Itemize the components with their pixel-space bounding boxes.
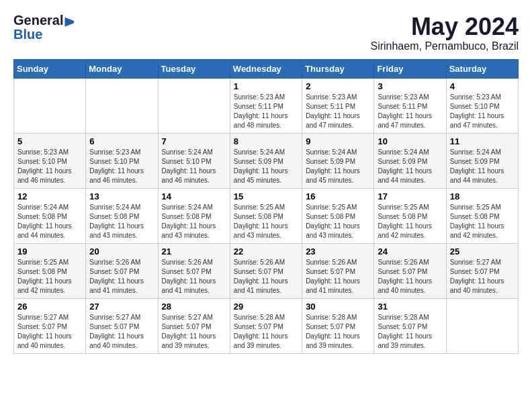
calendar-cell: 8Sunrise: 5:24 AM Sunset: 5:09 PM Daylig…	[230, 133, 302, 188]
calendar-cell: 15Sunrise: 5:25 AM Sunset: 5:08 PM Dayli…	[230, 188, 302, 243]
day-number: 19	[17, 246, 82, 257]
calendar-cell: 14Sunrise: 5:24 AM Sunset: 5:08 PM Dayli…	[158, 188, 230, 243]
day-number: 3	[378, 81, 442, 91]
day-info: Sunrise: 5:23 AM Sunset: 5:11 PM Dayligh…	[234, 93, 298, 130]
day-info: Sunrise: 5:27 AM Sunset: 5:07 PM Dayligh…	[162, 313, 226, 351]
day-number: 22	[234, 246, 298, 257]
day-info: Sunrise: 5:25 AM Sunset: 5:08 PM Dayligh…	[17, 258, 82, 295]
day-number: 27	[89, 302, 154, 312]
day-number: 31	[378, 302, 442, 312]
calendar-cell: 28Sunrise: 5:27 AM Sunset: 5:07 PM Dayli…	[158, 298, 230, 353]
day-info: Sunrise: 5:24 AM Sunset: 5:09 PM Dayligh…	[378, 148, 442, 185]
weekday-header-friday: Friday	[374, 59, 446, 78]
day-info: Sunrise: 5:26 AM Sunset: 5:07 PM Dayligh…	[306, 258, 370, 295]
day-info: Sunrise: 5:23 AM Sunset: 5:11 PM Dayligh…	[306, 93, 370, 130]
calendar-cell: 31Sunrise: 5:28 AM Sunset: 5:07 PM Dayli…	[374, 298, 446, 353]
day-number: 23	[306, 246, 370, 257]
day-info: Sunrise: 5:24 AM Sunset: 5:09 PM Dayligh…	[450, 148, 515, 185]
calendar-cell: 18Sunrise: 5:25 AM Sunset: 5:08 PM Dayli…	[446, 188, 518, 243]
calendar-cell: 10Sunrise: 5:24 AM Sunset: 5:09 PM Dayli…	[374, 133, 446, 188]
calendar-cell: 7Sunrise: 5:24 AM Sunset: 5:10 PM Daylig…	[158, 133, 230, 188]
day-info: Sunrise: 5:27 AM Sunset: 5:07 PM Dayligh…	[450, 258, 515, 295]
weekday-header-thursday: Thursday	[302, 59, 374, 78]
calendar-cell: 19Sunrise: 5:25 AM Sunset: 5:08 PM Dayli…	[14, 243, 86, 298]
calendar-cell: 20Sunrise: 5:26 AM Sunset: 5:07 PM Dayli…	[86, 243, 158, 298]
calendar-cell: 5Sunrise: 5:23 AM Sunset: 5:10 PM Daylig…	[14, 133, 86, 188]
calendar-cell: 1Sunrise: 5:23 AM Sunset: 5:11 PM Daylig…	[230, 78, 302, 133]
calendar-cell: 6Sunrise: 5:23 AM Sunset: 5:10 PM Daylig…	[86, 133, 158, 188]
calendar-cell: 9Sunrise: 5:24 AM Sunset: 5:09 PM Daylig…	[302, 133, 374, 188]
calendar-cell: 30Sunrise: 5:28 AM Sunset: 5:07 PM Dayli…	[302, 298, 374, 353]
day-number: 20	[89, 246, 154, 257]
day-number: 24	[378, 246, 442, 257]
calendar-week-5: 26Sunrise: 5:27 AM Sunset: 5:07 PM Dayli…	[14, 298, 519, 353]
subtitle: Sirinhaem, Pernambuco, Brazil	[370, 40, 519, 52]
day-number: 28	[162, 302, 226, 312]
calendar-cell: 22Sunrise: 5:26 AM Sunset: 5:07 PM Dayli…	[230, 243, 302, 298]
calendar-cell: 25Sunrise: 5:27 AM Sunset: 5:07 PM Dayli…	[446, 243, 518, 298]
day-info: Sunrise: 5:26 AM Sunset: 5:07 PM Dayligh…	[378, 258, 442, 295]
day-number: 6	[89, 136, 154, 146]
day-number: 25	[450, 246, 515, 257]
calendar-week-3: 12Sunrise: 5:24 AM Sunset: 5:08 PM Dayli…	[14, 188, 519, 243]
day-info: Sunrise: 5:24 AM Sunset: 5:08 PM Dayligh…	[162, 203, 226, 240]
day-info: Sunrise: 5:27 AM Sunset: 5:07 PM Dayligh…	[17, 313, 82, 351]
weekday-header-saturday: Saturday	[446, 59, 518, 78]
day-info: Sunrise: 5:23 AM Sunset: 5:11 PM Dayligh…	[378, 93, 442, 130]
main-title: May 2024	[370, 13, 519, 40]
day-number: 15	[234, 191, 298, 201]
day-info: Sunrise: 5:24 AM Sunset: 5:08 PM Dayligh…	[17, 203, 82, 240]
calendar: SundayMondayTuesdayWednesdayThursdayFrid…	[13, 59, 519, 354]
day-info: Sunrise: 5:25 AM Sunset: 5:08 PM Dayligh…	[378, 203, 442, 240]
calendar-week-4: 19Sunrise: 5:25 AM Sunset: 5:08 PM Dayli…	[14, 243, 519, 298]
calendar-cell: 27Sunrise: 5:27 AM Sunset: 5:07 PM Dayli…	[86, 298, 158, 353]
day-info: Sunrise: 5:24 AM Sunset: 5:10 PM Dayligh…	[162, 148, 226, 185]
day-number: 18	[450, 191, 515, 201]
day-info: Sunrise: 5:26 AM Sunset: 5:07 PM Dayligh…	[89, 258, 154, 295]
day-number: 10	[378, 136, 442, 146]
weekday-header-sunday: Sunday	[14, 59, 86, 78]
day-info: Sunrise: 5:23 AM Sunset: 5:10 PM Dayligh…	[450, 93, 515, 130]
day-number: 4	[450, 81, 515, 91]
day-number: 9	[306, 136, 370, 146]
day-number: 29	[234, 302, 298, 312]
calendar-cell: 29Sunrise: 5:28 AM Sunset: 5:07 PM Dayli…	[230, 298, 302, 353]
day-number: 26	[17, 302, 82, 312]
weekday-header-tuesday: Tuesday	[158, 59, 230, 78]
day-number: 11	[450, 136, 515, 146]
day-info: Sunrise: 5:26 AM Sunset: 5:07 PM Dayligh…	[162, 258, 226, 295]
logo-blue-text: Blue	[13, 27, 42, 42]
calendar-cell	[446, 298, 518, 353]
day-info: Sunrise: 5:28 AM Sunset: 5:07 PM Dayligh…	[378, 313, 442, 351]
calendar-cell: 26Sunrise: 5:27 AM Sunset: 5:07 PM Dayli…	[14, 298, 86, 353]
calendar-cell: 13Sunrise: 5:24 AM Sunset: 5:08 PM Dayli…	[86, 188, 158, 243]
weekday-header-monday: Monday	[86, 59, 158, 78]
day-info: Sunrise: 5:26 AM Sunset: 5:07 PM Dayligh…	[234, 258, 298, 295]
day-number: 17	[378, 191, 442, 201]
calendar-cell: 4Sunrise: 5:23 AM Sunset: 5:10 PM Daylig…	[446, 78, 518, 133]
calendar-body: 1Sunrise: 5:23 AM Sunset: 5:11 PM Daylig…	[14, 78, 519, 353]
day-info: Sunrise: 5:24 AM Sunset: 5:09 PM Dayligh…	[306, 148, 370, 185]
day-info: Sunrise: 5:24 AM Sunset: 5:09 PM Dayligh…	[234, 148, 298, 185]
calendar-cell	[158, 78, 230, 133]
day-number: 12	[17, 191, 82, 201]
day-info: Sunrise: 5:24 AM Sunset: 5:08 PM Dayligh…	[89, 203, 154, 240]
day-info: Sunrise: 5:28 AM Sunset: 5:07 PM Dayligh…	[306, 313, 370, 351]
day-number: 13	[89, 191, 154, 201]
day-info: Sunrise: 5:23 AM Sunset: 5:10 PM Dayligh…	[17, 148, 82, 185]
calendar-cell: 24Sunrise: 5:26 AM Sunset: 5:07 PM Dayli…	[374, 243, 446, 298]
title-section: May 2024 Sirinhaem, Pernambuco, Brazil	[370, 13, 519, 52]
calendar-header-row: SundayMondayTuesdayWednesdayThursdayFrid…	[14, 59, 519, 78]
day-info: Sunrise: 5:25 AM Sunset: 5:08 PM Dayligh…	[450, 203, 515, 240]
day-number: 8	[234, 136, 298, 146]
day-number: 30	[306, 302, 370, 312]
calendar-cell: 21Sunrise: 5:26 AM Sunset: 5:07 PM Dayli…	[158, 243, 230, 298]
logo-icon	[64, 17, 74, 27]
calendar-cell: 3Sunrise: 5:23 AM Sunset: 5:11 PM Daylig…	[374, 78, 446, 133]
calendar-cell: 12Sunrise: 5:24 AM Sunset: 5:08 PM Dayli…	[14, 188, 86, 243]
day-number: 5	[17, 136, 82, 146]
logo-general-text: General	[13, 13, 63, 28]
calendar-cell	[86, 78, 158, 133]
calendar-cell: 11Sunrise: 5:24 AM Sunset: 5:09 PM Dayli…	[446, 133, 518, 188]
calendar-week-2: 5Sunrise: 5:23 AM Sunset: 5:10 PM Daylig…	[14, 133, 519, 188]
